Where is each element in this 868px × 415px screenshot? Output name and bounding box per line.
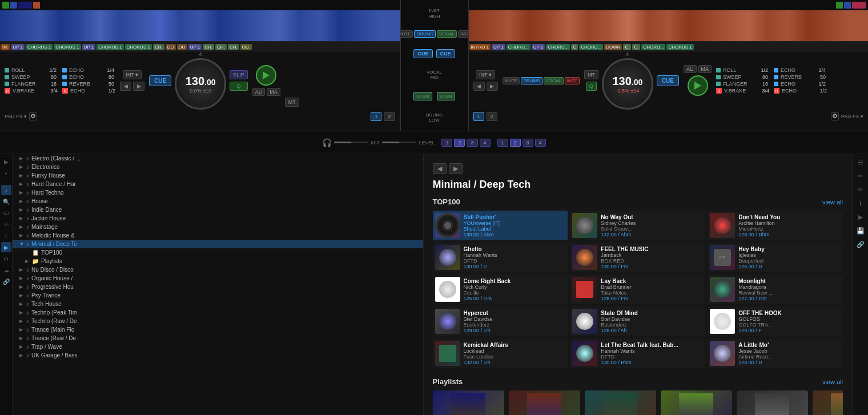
sidebar-item-hardtechno[interactable]: ▶ ♪ Hard Techno	[13, 188, 423, 197]
q-btn-left[interactable]: Q	[230, 82, 248, 91]
ch-btn-4[interactable]: 4	[480, 139, 491, 147]
mute-btn-right[interactable]: MUTE	[503, 77, 520, 84]
stem-right-btn[interactable]: STEM	[437, 92, 455, 100]
track-card-1[interactable]: Still Pushin' YOUniverse (IT) Shout Labe…	[433, 211, 568, 240]
playlist-card-5[interactable]	[737, 390, 808, 415]
sidebar-item-organic[interactable]: ▶ ♪ Organic House /	[13, 274, 423, 283]
sidebar-icon-browse[interactable]: ♪	[1, 185, 11, 195]
ch-btn-3[interactable]: 3	[467, 139, 477, 147]
q-btn-right[interactable]: Q	[586, 82, 597, 91]
pad-settings-left[interactable]: ⚙	[29, 112, 37, 120]
sidebar-item-mainstage[interactable]: ▶ ♪ Mainstage	[13, 223, 423, 231]
playlist-card-6[interactable]	[813, 390, 843, 415]
track-card-8[interactable]: Lay Back Brad Brunner Take Notes 128.00 …	[570, 275, 705, 304]
track-card-15[interactable]: A Little Mo' Jesse Jacob Airtime Reco...…	[708, 339, 843, 368]
ch-btn-2[interactable]: 2	[454, 139, 465, 147]
drums-btn-right[interactable]: DRUMS	[521, 77, 542, 84]
playlist-card-3[interactable]	[585, 390, 656, 415]
track-card-9[interactable]: Moonlight Mandragora Revival New ... 127…	[708, 275, 843, 304]
sidebar-item-nudisco[interactable]: ▶ ♪ Nu Disco / Disco	[13, 265, 423, 274]
sidebar-item-indie[interactable]: ▶ ♪ Indie Dance	[13, 206, 423, 214]
right-icon-edit2[interactable]: ✏	[855, 184, 866, 195]
sidebar-icon-link[interactable]: 🔗	[1, 276, 11, 287]
right-icon-edit1[interactable]: ✏	[855, 170, 866, 182]
next-btn-left[interactable]: ▶	[133, 82, 144, 91]
tempo-dial-right[interactable]: 130.00 -1.5% ±14	[602, 58, 653, 110]
sidebar-item-techno-peak[interactable]: ▶ ♪ Techno (Peak Tim	[13, 308, 423, 317]
sidebar-item-jackin[interactable]: ▶ ♪ Jackin House	[13, 214, 423, 223]
next-btn-right[interactable]: ▶	[487, 82, 498, 91]
sidebar-icon-window[interactable]: ▪	[1, 168, 11, 178]
waveform-left[interactable]	[0, 10, 400, 42]
track-card-13[interactable]: Kemickal Affairs Locklead Fuse London 13…	[433, 339, 568, 368]
play-btn-left[interactable]	[256, 65, 276, 86]
track-card-3[interactable]: Don't Need You Archie Hamilton MicroHert…	[708, 211, 843, 240]
track-card-6[interactable]: DP Hey Baby Iglesias Deeperfect 126.00 /…	[708, 243, 843, 272]
nav-forward-btn[interactable]: ▶	[449, 163, 463, 174]
cue-left-center[interactable]: CUE	[413, 49, 432, 58]
sidebar-icon-cloud[interactable]: ☁	[1, 265, 11, 275]
nav-back-btn[interactable]: ◀	[433, 163, 447, 174]
sidebar-item-trap[interactable]: ▶ ♪ Trap / Wave	[13, 343, 423, 351]
prev-btn-left[interactable]: ◀	[120, 82, 131, 91]
right-icon-save[interactable]: 💾	[855, 225, 866, 236]
sidebar-item-electronica[interactable]: ▶ ♪ Electronica	[13, 163, 423, 171]
au-btn-left[interactable]: AU	[252, 88, 266, 96]
int-btn-right[interactable]: INT ▾	[476, 70, 495, 79]
ch-btn-r4[interactable]: 4	[535, 139, 546, 147]
slip-btn-left[interactable]: SLIP	[230, 70, 248, 79]
au-btn-right[interactable]: AU	[684, 65, 697, 73]
sidebar-item-harddance[interactable]: ▶ ♪ Hard Dance / Har	[13, 180, 423, 188]
pad-1-right[interactable]: 1	[473, 112, 484, 121]
right-icon-link[interactable]: 🔗	[855, 239, 866, 250]
mt-btn-right[interactable]: MT	[584, 70, 598, 79]
track-card-12[interactable]: OFF THE HOOK GOLFOS GOLFO TRA... 129.00 …	[708, 307, 843, 336]
sidebar-item-trance-main[interactable]: ▶ ♪ Trance (Main Flo	[13, 325, 423, 334]
pad-1-left[interactable]: 1	[371, 112, 381, 121]
track-card-7[interactable]: Come Right Back Nick Curly Cecille 125.0…	[433, 275, 568, 304]
waveform-right[interactable]	[469, 10, 869, 42]
vocal-btn-right[interactable]: VOCAL	[544, 77, 564, 84]
playlist-card-1[interactable]	[433, 390, 504, 415]
sidebar-icon-tag[interactable]: 🏷	[1, 208, 11, 218]
playlist-card-4[interactable]	[661, 390, 732, 415]
vocal-btn-center[interactable]: VOCAL	[437, 30, 457, 38]
sidebar-item-house[interactable]: ▶ ♪ House	[13, 197, 423, 206]
sidebar-item-progressive[interactable]: ▶ ♪ Progressive Hou	[13, 283, 423, 291]
sidebar-item-techno-raw[interactable]: ▶ ♪ Techno (Raw / De	[13, 317, 423, 325]
view-all-playlists[interactable]: view all	[822, 378, 843, 385]
sidebar-item-electro[interactable]: ▶ ♪ Electro (Classic / ...	[13, 154, 423, 163]
ch-btn-r3[interactable]: 3	[523, 139, 533, 147]
pad-2-right[interactable]: 2	[487, 112, 497, 121]
track-card-2[interactable]: No Way Out Sidney Charles Solid Groov...…	[570, 211, 705, 240]
inst-btn-right[interactable]: INST	[565, 77, 580, 84]
sidebar-icon-mix[interactable]: ≡	[1, 231, 11, 241]
mix-slider[interactable]	[334, 142, 368, 143]
sidebar-item-melodic[interactable]: ▶ ♪ Melodic House &	[13, 231, 423, 240]
right-icon-info[interactable]: ℹ	[855, 198, 866, 209]
sidebar-item-minimal[interactable]: ▼ ♪ Minimal / Deep Te	[13, 240, 423, 248]
sidebar-icon-expand[interactable]: ▶	[1, 156, 11, 167]
sidebar-item-playlists[interactable]: ▶ 📁 Playlists	[13, 257, 423, 265]
sidebar-item-trance-raw[interactable]: ▶ ♪ Trance (Raw / De	[13, 334, 423, 343]
right-icon-arrow[interactable]: ▶	[855, 211, 866, 223]
sidebar-icon-active[interactable]: ▶	[1, 242, 11, 252]
sidebar-icon-settings[interactable]: ⚙	[1, 253, 11, 264]
ma-btn-right[interactable]: MA	[698, 65, 712, 73]
tempo-dial-left[interactable]: 130.00 0.0% ±10	[175, 58, 226, 110]
ch-btn-1[interactable]: 1	[441, 139, 452, 147]
int-btn-left[interactable]: INT ▾	[123, 70, 142, 79]
level-slider[interactable]	[382, 142, 416, 143]
sidebar-item-techhouse[interactable]: ▶ ♪ Tech House	[13, 300, 423, 308]
right-icon-list[interactable]: ☰	[855, 156, 866, 168]
prev-btn-right[interactable]: ◀	[473, 82, 485, 91]
ch-btn-r1[interactable]: 1	[497, 139, 508, 147]
view-all-top100[interactable]: view all	[822, 199, 843, 206]
sidebar-icon-edit[interactable]: ✏	[1, 219, 11, 229]
sidebar-icon-search[interactable]: 🔍	[1, 196, 11, 207]
track-card-4[interactable]: Ghetto Hannah Wants DFTD 130.00 / G	[433, 243, 568, 272]
drums-btn-center[interactable]: DRUMS	[414, 30, 435, 38]
cue-right-center[interactable]: CUE	[436, 49, 455, 58]
sidebar-item-funky[interactable]: ▶ ♪ Funky House	[13, 171, 423, 180]
pad-2-left[interactable]: 2	[384, 112, 395, 121]
